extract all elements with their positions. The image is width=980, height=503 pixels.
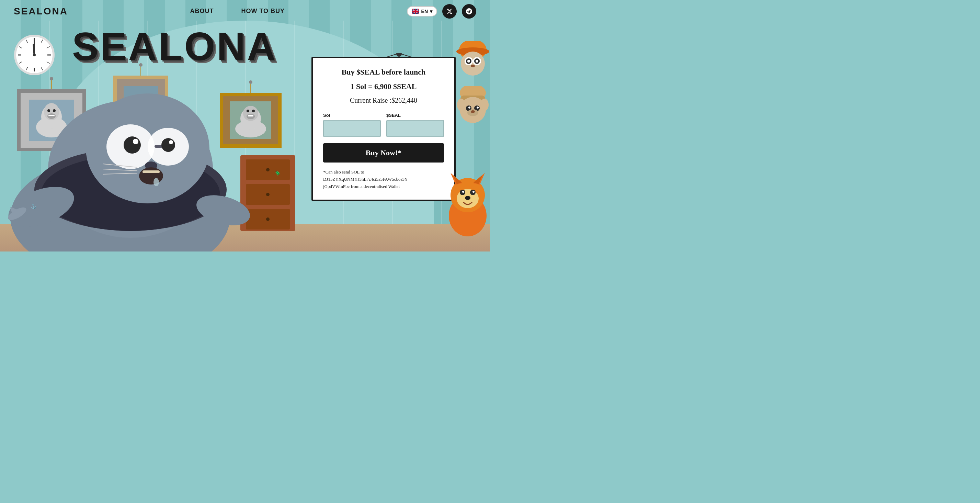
svg-point-102 <box>465 196 471 200</box>
svg-point-52 <box>169 140 173 144</box>
board-note-line1: *Can also send SOL to <box>323 169 444 176</box>
svg-point-100 <box>462 191 464 193</box>
seal-label: $SEAL <box>386 113 444 118</box>
svg-point-87 <box>468 107 471 109</box>
board-rate: 1 Sol = 6,900 $SEAL <box>323 82 444 91</box>
board-title: Buy $SEAL before launch <box>323 68 444 77</box>
twitter-icon <box>446 8 453 14</box>
nav-right: EN ▾ <box>407 4 476 19</box>
svg-point-50 <box>161 138 175 152</box>
sol-input[interactable] <box>323 120 381 137</box>
svg-point-49 <box>124 136 141 153</box>
svg-point-84 <box>480 99 488 111</box>
right-characters <box>456 41 490 131</box>
svg-point-88 <box>477 107 479 109</box>
input-row: Sol $SEAL <box>323 113 444 137</box>
twitter-button[interactable] <box>442 4 457 19</box>
svg-point-71 <box>461 51 485 76</box>
svg-point-83 <box>457 99 465 111</box>
tiny-bug: 🪲 <box>275 171 280 176</box>
character-dog-beanie <box>456 86 490 131</box>
svg-rect-55 <box>143 171 160 173</box>
lang-code: EN <box>421 9 428 14</box>
svg-point-76 <box>467 60 470 62</box>
lang-chevron: ▾ <box>430 9 432 14</box>
flag-icon <box>412 9 419 14</box>
board-note-line3: jGpdVWmFbc from a decentralised Wallet <box>323 183 444 190</box>
svg-point-17 <box>33 54 36 56</box>
nav-about[interactable]: About <box>190 8 213 15</box>
svg-point-90 <box>471 110 475 113</box>
purchase-board: Buy $SEAL before launch 1 Sol = 6,900 $S… <box>312 57 456 201</box>
board-raise-amount: $262,440 <box>391 97 417 104</box>
svg-point-78 <box>471 65 475 67</box>
language-selector[interactable]: EN ▾ <box>407 6 437 16</box>
sol-input-group: Sol <box>323 113 381 137</box>
board-raise-label: Current Raise : <box>350 97 391 104</box>
shiba-svg <box>445 168 490 236</box>
seal-cartoon-main: ⚓ <box>0 73 282 251</box>
seal-main-svg: ⚓ <box>0 73 282 251</box>
sol-label: Sol <box>323 113 381 118</box>
site-logo[interactable]: SEALONA <box>14 6 68 17</box>
navbar: SEALONA About How To Buy EN ▾ <box>0 0 490 22</box>
character-raccoon <box>456 41 490 83</box>
board-note-line2: DJ15ZYXqUNMYJ3hL7z4ci5a5FAW5cbos3Y <box>323 176 444 183</box>
seal-input-group: $SEAL <box>386 113 444 137</box>
raccoon-svg <box>456 41 490 83</box>
svg-point-101 <box>473 191 474 193</box>
clock-svg <box>14 34 55 76</box>
svg-point-56 <box>153 178 159 186</box>
svg-point-54 <box>139 167 163 185</box>
telegram-icon <box>466 8 472 14</box>
seal-input[interactable] <box>386 120 444 137</box>
svg-point-77 <box>476 60 478 62</box>
board-content: Buy $SEAL before launch 1 Sol = 6,900 $S… <box>312 57 456 201</box>
nav-how-to-buy[interactable]: How To Buy <box>241 8 285 15</box>
dog-beanie-svg <box>456 86 490 131</box>
nav-links: About How To Buy <box>190 8 285 15</box>
hero-title: SEALONA <box>72 24 277 69</box>
telegram-button[interactable] <box>462 4 476 19</box>
board-note: *Can also send SOL to DJ15ZYXqUNMYJ3hL7z… <box>323 169 444 190</box>
board-raise: Current Raise :$262,440 <box>323 97 444 104</box>
buy-now-button[interactable]: Buy Now!* <box>323 143 444 163</box>
svg-point-51 <box>133 139 138 144</box>
wall-clock <box>14 34 55 76</box>
hero-title-container: SEALONA <box>72 27 277 66</box>
character-shiba <box>445 168 490 238</box>
